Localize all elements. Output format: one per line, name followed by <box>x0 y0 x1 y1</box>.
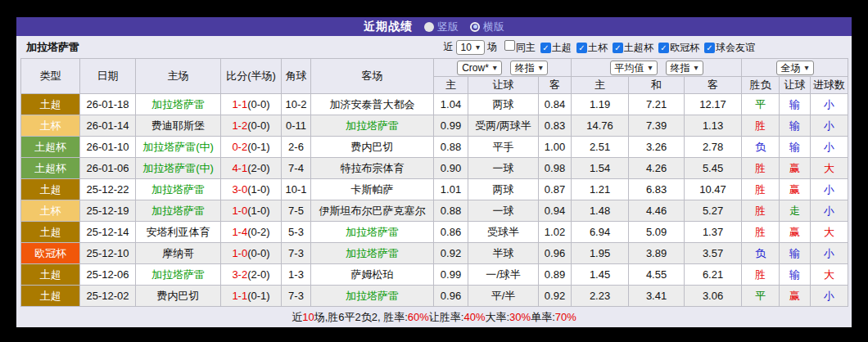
competition-checkboxes: 同主✓土超✓土杯✓土超杯✓欧冠杯✓球会友谊 <box>500 40 755 55</box>
checkbox-label: 欧冠杯 <box>670 42 699 53</box>
europe-odds-source-select[interactable]: 平均值 ▾ <box>610 61 658 75</box>
recent-count-select[interactable]: 10 ▾ <box>456 40 485 55</box>
halftime-score: (0-0) <box>247 98 269 110</box>
asia-home-odds: 0.99 <box>434 115 468 137</box>
asia-home-odds: 0.90 <box>434 158 468 179</box>
corner-cell: 0-11 <box>282 115 311 137</box>
table-row: 土超杯 26-01-10 加拉塔萨雷(中) 0-2(0-1) 2-6 费内巴切 … <box>21 137 848 158</box>
checkbox-icon[interactable]: ✓ <box>704 43 715 53</box>
asia-odds-index-select[interactable]: 终指 ▾ <box>510 61 548 75</box>
home-team-link[interactable]: 加拉塔萨雷 <box>136 200 221 222</box>
table-row: 土杯 26-01-14 费迪耶斯堡 1-2(0-0) 0-11 加拉塔萨雷 0.… <box>21 115 848 137</box>
handicap-result-cell: 赢 <box>780 158 811 179</box>
away-team-link[interactable]: 费内巴切 <box>311 137 434 158</box>
goals-result-cell: 大 <box>811 222 848 243</box>
europe-home-odds: 1.54 <box>572 158 629 179</box>
score-cell: 1-0(1-0) <box>221 200 282 222</box>
radio-icon <box>470 22 480 32</box>
asia-odds-source-select[interactable]: Crow* ▾ <box>457 61 502 75</box>
checkbox-icon[interactable]: ✓ <box>540 43 551 53</box>
date-cell: 25-12-14 <box>80 222 136 243</box>
results-tbody: 土超 26-01-18 加拉塔萨雷 1-1(0-0) 10-2 加济安泰普大都会… <box>21 94 848 307</box>
away-team-link[interactable]: 伊斯坦布尔巴萨克塞尔 <box>311 200 434 222</box>
home-team-link[interactable]: 安塔利亚体育 <box>136 222 221 243</box>
score-cell: 3-0(1-0) <box>221 179 282 200</box>
checkbox-label: 土超杯 <box>624 42 653 53</box>
fulltime-score: 1-1 <box>232 290 247 302</box>
home-team-link[interactable]: 费迪耶斯堡 <box>136 115 221 137</box>
europe-odds-index-select[interactable]: 终指 ▾ <box>666 61 703 75</box>
checkbox-icon[interactable] <box>504 40 515 51</box>
col-header-europe-draw: 和 <box>629 77 685 94</box>
europe-away-odds: 5.27 <box>685 200 742 222</box>
away-team-link[interactable]: 加济安泰普大都会 <box>311 94 434 115</box>
asia-handicap: 半球 <box>468 243 539 264</box>
table-row: 土超 25-12-02 费内巴切 1-1(0-1) 7-3 加拉塔萨雷 0.96… <box>21 286 848 307</box>
checkbox-icon[interactable]: ✓ <box>576 43 587 53</box>
home-team-link[interactable]: 摩纳哥 <box>136 243 221 264</box>
checkbox-label: 同主 <box>516 42 536 53</box>
goals-result-cell: 小 <box>811 286 848 307</box>
europe-away-odds: 12.17 <box>685 94 742 115</box>
checkbox-icon[interactable]: ✓ <box>613 43 623 53</box>
halftime-score: (0-0) <box>247 247 269 259</box>
page-title: 近期战绩 <box>364 20 413 34</box>
handicap-result-cell: 输 <box>780 137 811 158</box>
asia-handicap: 两球 <box>468 94 539 115</box>
europe-away-odds: 3.06 <box>685 286 742 307</box>
result-cell: 负 <box>742 243 780 264</box>
europe-home-odds: 6.94 <box>572 222 629 243</box>
home-team-link[interactable]: 加拉塔萨雷(中) <box>136 158 221 179</box>
handicap-result-cell: 走 <box>780 200 811 222</box>
col-header-corner: 角球 <box>282 59 311 94</box>
asia-away-odds: 1.00 <box>539 137 572 158</box>
home-team-link[interactable]: 费内巴切 <box>136 286 221 307</box>
date-cell: 26-01-10 <box>80 137 136 158</box>
summary-stat-value: 30% <box>509 311 531 323</box>
asia-away-odds: 0.94 <box>539 200 572 222</box>
away-team-link[interactable]: 加拉塔萨雷 <box>311 222 434 243</box>
competition-badge: 土超 <box>21 222 80 243</box>
summary-stat-value: 60% <box>408 311 429 323</box>
halftime-score: (0-2) <box>247 226 269 238</box>
away-team-link[interactable]: 加拉塔萨雷 <box>311 243 434 264</box>
checkbox-icon[interactable]: ✓ <box>658 43 669 53</box>
europe-home-odds: 14.76 <box>572 115 629 137</box>
away-team-link[interactable]: 卡斯帕萨 <box>311 179 434 200</box>
away-team-link[interactable]: 特拉布宗体育 <box>311 158 434 179</box>
col-header-goals: 进球数 <box>811 77 848 94</box>
asia-handicap: 受球半 <box>468 222 539 243</box>
europe-home-odds: 1.95 <box>572 243 629 264</box>
away-team-link[interactable]: 加拉塔萨雷 <box>311 286 434 307</box>
halftime-score: (0-0) <box>247 119 269 132</box>
scope-select[interactable]: 全场 ▾ <box>776 61 814 75</box>
view-mode-radio[interactable]: 横版 <box>470 20 504 34</box>
fulltime-score: 1-0 <box>232 247 247 259</box>
radio-label: 横版 <box>483 20 504 34</box>
score-cell: 3-2(2-0) <box>221 264 282 286</box>
asia-home-odds: 0.88 <box>434 137 468 158</box>
away-team-link[interactable]: 萨姆松珀 <box>311 264 434 286</box>
europe-away-odds: 2.78 <box>685 137 742 158</box>
europe-away-odds: 3.57 <box>685 243 742 264</box>
asia-away-odds: 0.87 <box>539 179 572 200</box>
table-row: 土超 26-01-18 加拉塔萨雷 1-1(0-0) 10-2 加济安泰普大都会… <box>21 94 848 115</box>
halftime-score: (0-1) <box>247 141 269 153</box>
home-team-link[interactable]: 加拉塔萨雷(中) <box>136 137 221 158</box>
europe-draw-odds: 4.55 <box>629 264 685 286</box>
corner-cell: 10-2 <box>282 94 311 115</box>
result-cell: 胜 <box>742 222 780 243</box>
view-mode-radio[interactable]: 竖版 <box>424 20 459 34</box>
home-team-link[interactable]: 加拉塔萨雷 <box>136 264 221 286</box>
corner-cell: 7-4 <box>282 158 311 179</box>
col-header-home: 主场 <box>136 59 221 94</box>
results-table: 类型 日期 主场 比分(半场) 角球 客场 Crow* ▾ 终指 ▾ <box>20 58 848 307</box>
corner-cell: 1-3 <box>282 264 311 286</box>
home-team-link[interactable]: 加拉塔萨雷 <box>136 94 221 115</box>
fulltime-score: 3-2 <box>232 268 247 281</box>
home-team-link[interactable]: 加拉塔萨雷 <box>136 179 221 200</box>
date-cell: 25-12-10 <box>80 243 136 264</box>
goals-result-cell: 小 <box>811 94 848 115</box>
asia-handicap: 平/半 <box>468 286 539 307</box>
away-team-link[interactable]: 加拉塔萨雷 <box>311 115 434 137</box>
